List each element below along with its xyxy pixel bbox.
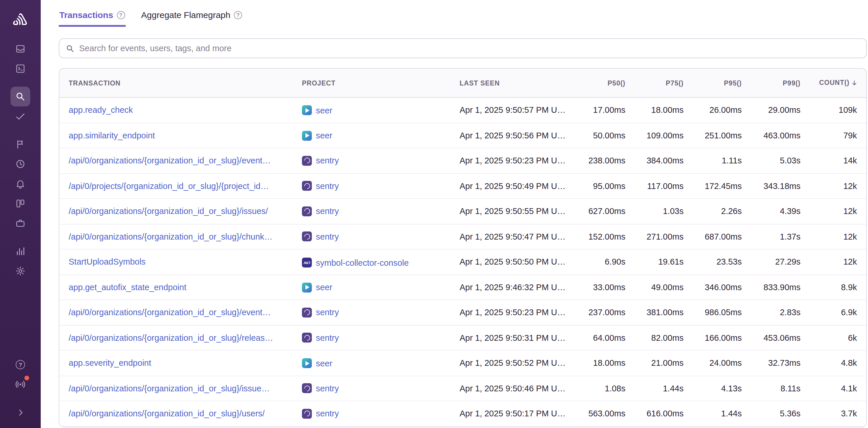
transaction-cell: /api/0/organizations/{organization_id_or… [59, 384, 292, 393]
sidebar-item-settings[interactable] [10, 261, 30, 281]
transaction-link[interactable]: /api/0/organizations/{organization_id_or… [69, 232, 273, 241]
column-header-p50[interactable]: P50() [576, 79, 635, 86]
project-link[interactable]: sentry [302, 409, 339, 419]
project-cell: seer [292, 130, 450, 140]
transaction-cell: app.ready_check [59, 105, 292, 115]
tab-aggregate-flamegraph[interactable]: Aggregate Flamegraph ? [141, 7, 243, 27]
sidebar-item-search[interactable] [10, 87, 30, 106]
p50-cell: 238.00ms [576, 156, 635, 165]
project-platform-icon [302, 105, 312, 115]
tab-aggregate-flamegraph-help-icon[interactable]: ? [234, 11, 242, 19]
project-cell: sentry [292, 181, 450, 191]
sidebar-item-alerts[interactable] [10, 174, 30, 194]
column-header-count[interactable]: COUNT() [810, 79, 866, 87]
column-header-p95[interactable]: P95() [693, 79, 751, 86]
table-row: /api/0/organizations/{organization_id_or… [59, 300, 866, 325]
count-cell: 8.9k [810, 283, 866, 292]
project-cell: sentry [292, 206, 450, 216]
project-link[interactable]: sentry [302, 206, 339, 216]
p50-cell: 50.00ms [576, 131, 635, 140]
bell-icon [15, 178, 26, 189]
count-cell: 4.8k [810, 359, 866, 368]
sort-desc-arrow-icon [851, 79, 858, 87]
project-link[interactable]: sentry [302, 232, 339, 242]
project-link[interactable]: seer [302, 131, 332, 140]
project-platform-icon [302, 358, 312, 368]
transaction-link[interactable]: app.similarity_endpoint [69, 131, 155, 140]
search-bar[interactable] [59, 38, 867, 58]
project-link[interactable]: sentry [302, 181, 339, 191]
column-header-last-seen[interactable]: LAST SEEN [450, 79, 576, 86]
transaction-cell: /api/0/organizations/{organization_id_or… [59, 333, 292, 342]
project-link[interactable]: seer [302, 105, 332, 115]
last-seen-cell: Apr 1, 2025 9:50:57 PM UTC [450, 105, 576, 115]
project-name: sentry [316, 384, 339, 393]
last-seen-cell: Apr 1, 2025 9:50:47 PM UTC [450, 232, 576, 241]
project-platform-icon [302, 181, 312, 191]
last-seen-cell: Apr 1, 2025 9:50:23 PM UTC [450, 308, 576, 317]
transaction-cell: app.similarity_endpoint [59, 131, 292, 140]
last-seen-cell: Apr 1, 2025 9:50:52 PM UTC [450, 359, 576, 368]
transaction-link[interactable]: /api/0/projects/{organization_id_or_slug… [69, 182, 269, 191]
project-cell: sentry [292, 232, 450, 242]
project-name: sentry [316, 308, 339, 317]
transaction-cell: /api/0/organizations/{organization_id_or… [59, 232, 292, 241]
sidebar-item-whats-new[interactable] [10, 374, 30, 394]
search-input[interactable] [79, 44, 860, 53]
sidebar-item-help[interactable]: ? [10, 355, 30, 374]
sidebar-item-crons[interactable] [10, 154, 30, 174]
column-header-project[interactable]: PROJECT [292, 79, 450, 86]
project-platform-icon [302, 206, 312, 216]
sidebar-item-explore[interactable] [10, 59, 30, 78]
app-window: ? Transactions ? Aggregate Flamegraph [0, 0, 868, 428]
main-content: Transactions ? Aggregate Flamegraph ? TR… [41, 0, 868, 428]
count-cell: 109k [810, 105, 866, 115]
column-header-p75[interactable]: P75() [635, 79, 693, 86]
transaction-link[interactable]: StartUploadSymbols [69, 257, 146, 267]
transaction-link[interactable]: /api/0/organizations/{organization_id_or… [69, 409, 265, 419]
p95-cell: 2.26s [693, 207, 751, 216]
transaction-link[interactable]: /api/0/organizations/{organization_id_or… [69, 384, 270, 393]
chevron-right-icon [16, 408, 25, 417]
project-link[interactable]: seer [302, 282, 332, 292]
tab-transactions[interactable]: Transactions ? [59, 7, 125, 27]
sidebar-item-stats[interactable] [10, 241, 30, 261]
p75-cell: 21.00ms [635, 359, 693, 368]
column-header-transaction[interactable]: TRANSACTION [59, 79, 292, 86]
transaction-link[interactable]: /api/0/organizations/{organization_id_or… [69, 308, 271, 317]
project-cell: symbol-collector-console [292, 256, 450, 267]
project-link[interactable]: seer [302, 358, 332, 368]
project-link[interactable]: sentry [302, 384, 339, 393]
transaction-link[interactable]: /api/0/organizations/{organization_id_or… [69, 333, 273, 342]
help-icon: ? [16, 360, 25, 369]
sidebar-item-issues[interactable] [10, 39, 30, 59]
sentry-logo[interactable] [9, 9, 31, 31]
transaction-link[interactable]: app.get_autofix_state_endpoint [69, 283, 186, 292]
transaction-link[interactable]: /api/0/organizations/{organization_id_or… [69, 207, 268, 216]
p75-cell: 117.00ms [635, 182, 693, 191]
p75-cell: 109.00ms [635, 131, 693, 140]
project-link[interactable]: sentry [302, 333, 339, 343]
project-link[interactable]: sentry [302, 308, 339, 318]
project-link[interactable]: sentry [302, 156, 339, 166]
sidebar-item-projects[interactable] [10, 213, 30, 233]
project-link[interactable]: symbol-collector-console [302, 258, 409, 267]
column-header-p99[interactable]: P99() [751, 79, 810, 86]
p75-cell: 1.44s [635, 384, 693, 393]
p50-cell: 18.00ms [576, 359, 635, 368]
sidebar-item-releases[interactable] [10, 134, 30, 154]
tab-transactions-help-icon[interactable]: ? [117, 11, 125, 19]
p75-cell: 18.00ms [635, 105, 693, 115]
p99-cell: 833.90ms [751, 283, 810, 292]
sidebar-item-traces[interactable] [10, 106, 30, 126]
project-name: sentry [316, 207, 339, 216]
sidebar-collapse-button[interactable] [10, 402, 30, 422]
transaction-link[interactable]: app.severity_endpoint [69, 359, 151, 368]
p99-cell: 32.73ms [751, 359, 810, 368]
sidebar-item-dashboards[interactable] [10, 194, 30, 213]
transaction-link[interactable]: app.ready_check [69, 105, 133, 115]
transaction-link[interactable]: /api/0/organizations/{organization_id_or… [69, 156, 271, 165]
count-cell: 4.1k [810, 384, 866, 393]
explore-icon [15, 63, 26, 74]
p99-cell: 27.29s [751, 257, 810, 267]
